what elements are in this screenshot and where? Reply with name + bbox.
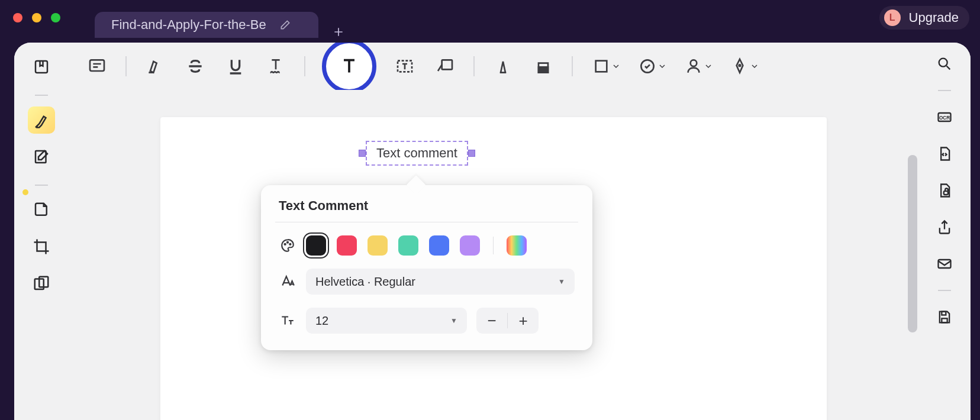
account-pill[interactable]: L Upgrade xyxy=(879,6,969,30)
svg-rect-19 xyxy=(939,260,951,268)
text-comment-annotation[interactable]: Text comment xyxy=(359,141,475,166)
resize-handle-left[interactable] xyxy=(359,150,366,157)
page-tool-button[interactable] xyxy=(28,196,55,224)
resize-handle-right[interactable] xyxy=(468,150,475,157)
signature-tool-button[interactable] xyxy=(682,54,705,78)
tabstrip: Find-and-Apply-For-the-Be xyxy=(0,5,980,38)
color-swatch-teal[interactable] xyxy=(398,235,418,256)
text-comment-input[interactable]: Text comment xyxy=(366,141,468,166)
text-box-button[interactable] xyxy=(393,54,417,78)
highlighter-tool-button[interactable] xyxy=(28,106,55,134)
protect-button[interactable] xyxy=(931,177,958,203)
caret-down-icon xyxy=(659,61,665,72)
close-window-button[interactable] xyxy=(13,13,22,22)
color-row xyxy=(279,235,575,256)
font-size-select[interactable]: 12 ▼ xyxy=(306,308,467,334)
ocr-button[interactable]: OCR xyxy=(931,104,958,130)
popover-title: Text Comment xyxy=(279,198,575,214)
divider xyxy=(125,56,127,76)
font-row: Helvetica · Regular ▼ xyxy=(279,269,575,295)
center-area: Text comment Text Comment xyxy=(69,43,918,420)
upgrade-button-label: Upgrade xyxy=(909,10,959,25)
color-swatch-red[interactable] xyxy=(337,235,357,256)
caret-down-icon xyxy=(752,61,757,72)
compare-tool-button[interactable] xyxy=(28,270,55,297)
search-button[interactable] xyxy=(931,51,958,77)
window-controls xyxy=(13,13,60,22)
squiggly-underline-button[interactable] xyxy=(264,54,288,78)
caret-down-icon: ▼ xyxy=(558,277,565,286)
svg-text:OCR: OCR xyxy=(939,115,950,121)
right-rail: OCR xyxy=(918,43,971,420)
text-comment-value: Text comment xyxy=(376,146,457,161)
divider xyxy=(473,56,475,76)
vertical-scrollbar[interactable] xyxy=(908,155,917,332)
pen-tool-button[interactable] xyxy=(728,54,752,78)
font-size-stepper: − + xyxy=(476,308,539,334)
svg-point-11 xyxy=(739,64,741,66)
decrease-size-button[interactable]: − xyxy=(476,308,507,334)
sticky-note-button[interactable] xyxy=(85,54,109,78)
color-swatch-custom[interactable] xyxy=(507,235,527,256)
share-button[interactable] xyxy=(931,214,958,240)
annotation-toolbar xyxy=(69,43,918,90)
font-family-select[interactable]: Helvetica · Regular ▼ xyxy=(306,269,575,295)
svg-rect-7 xyxy=(539,67,548,72)
avatar: L xyxy=(884,9,901,26)
color-swatch-blue[interactable] xyxy=(429,235,449,256)
svg-rect-21 xyxy=(942,312,946,315)
divider xyxy=(35,95,48,96)
color-swatch-purple[interactable] xyxy=(460,235,480,256)
minimize-window-button[interactable] xyxy=(32,13,41,22)
pencil-tool-button[interactable] xyxy=(491,54,515,78)
maximize-window-button[interactable] xyxy=(51,13,60,22)
svg-point-12 xyxy=(285,244,286,245)
strikethrough-button[interactable] xyxy=(183,54,207,78)
divider xyxy=(304,56,305,76)
font-size-icon xyxy=(279,313,296,328)
svg-rect-20 xyxy=(942,318,947,322)
edit-tool-button[interactable] xyxy=(28,143,55,170)
divider xyxy=(275,222,578,222)
bookmark-panel-button[interactable] xyxy=(28,53,55,80)
svg-point-13 xyxy=(287,242,288,243)
divider xyxy=(493,237,494,254)
svg-point-10 xyxy=(691,60,697,66)
callout-button[interactable] xyxy=(433,54,457,78)
divider xyxy=(572,56,573,76)
palette-icon xyxy=(279,238,296,253)
font-family-icon xyxy=(279,274,296,289)
crop-tool-button[interactable] xyxy=(28,233,55,260)
text-comment-button[interactable] xyxy=(322,43,376,93)
divider xyxy=(938,90,951,91)
color-swatch-black[interactable] xyxy=(306,235,326,256)
convert-button[interactable] xyxy=(931,141,958,167)
highlight-text-button[interactable] xyxy=(143,54,167,78)
svg-rect-8 xyxy=(596,61,607,72)
caret-down-icon xyxy=(705,61,711,72)
document-page[interactable]: Text comment Text Comment xyxy=(160,117,827,420)
caret-down-icon: ▼ xyxy=(450,316,457,325)
svg-rect-18 xyxy=(944,191,948,195)
document-tab[interactable]: Find-and-Apply-For-the-Be xyxy=(95,12,318,38)
color-swatch-yellow[interactable] xyxy=(368,235,388,256)
eraser-tool-button[interactable] xyxy=(531,54,555,78)
color-swatches xyxy=(306,235,527,256)
tab-title: Find-and-Apply-For-the-Be xyxy=(111,17,266,33)
divider xyxy=(938,290,951,291)
svg-rect-6 xyxy=(442,60,452,69)
font-family-value: Helvetica · Regular xyxy=(315,275,415,289)
canvas[interactable]: Text comment Text Comment xyxy=(69,90,918,420)
app-window: Text comment Text Comment xyxy=(14,43,971,420)
new-tab-button[interactable] xyxy=(333,26,344,38)
divider xyxy=(35,185,48,186)
email-button[interactable] xyxy=(931,251,958,277)
stamp-tool-button[interactable] xyxy=(636,54,659,78)
increase-size-button[interactable]: + xyxy=(508,308,539,334)
save-button[interactable] xyxy=(931,304,958,330)
shape-tool-button[interactable] xyxy=(589,54,613,78)
svg-rect-0 xyxy=(36,61,47,73)
underline-button[interactable] xyxy=(224,54,247,78)
rename-tab-icon[interactable] xyxy=(279,19,291,31)
svg-point-14 xyxy=(289,244,291,245)
